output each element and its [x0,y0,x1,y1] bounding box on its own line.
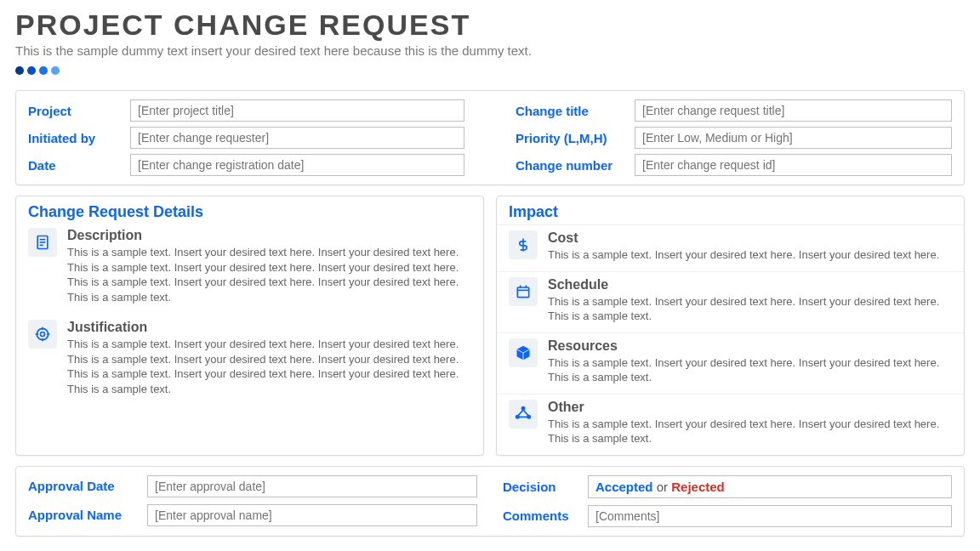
impact-resources-heading: Resources [548,338,952,354]
svg-rect-11 [517,287,528,298]
page-subtitle: This is the sample dummy text insert you… [15,43,965,58]
project-label: Project [28,104,130,118]
initiated-by-input[interactable] [130,127,464,149]
comments-input[interactable] [588,505,952,527]
change-title-label: Change title [516,104,635,118]
date-input[interactable] [130,154,464,176]
decision-value: Accepted or Rejected [588,475,952,498]
approval-date-input[interactable] [147,475,477,497]
impact-schedule-heading: Schedule [548,277,952,293]
initiated-by-label: Initiated by [28,131,130,145]
impact-cost-heading: Cost [548,230,952,246]
change-title-input[interactable] [635,99,952,122]
dollar-icon [509,230,538,259]
document-icon [28,228,57,257]
impact-title: Impact [497,196,964,224]
impact-resources-text: This is a sample text. Insert your desir… [548,355,952,385]
nodes-icon [509,400,538,429]
decision-or: or [653,480,672,494]
page-title: PROJECT CHANGE REQUEST [15,9,965,42]
approval-date-label: Approval Date [28,479,147,493]
approval-name-label: Approval Name [28,508,147,522]
decorative-dots [15,63,965,78]
change-request-details-card: Change Request Details Description This … [15,196,484,456]
svg-point-16 [516,415,519,418]
change-request-details-title: Change Request Details [16,196,483,224]
date-label: Date [28,158,130,173]
target-icon [28,320,57,349]
svg-point-5 [41,332,45,337]
impact-card: Impact Cost This is a sample text. Inser… [496,196,965,456]
approval-name-input[interactable] [147,504,477,526]
svg-point-17 [527,415,530,418]
priority-input[interactable] [635,127,952,149]
impact-cost-text: This is a sample text. Insert your desir… [548,247,952,263]
impact-schedule-text: This is a sample text. Insert your desir… [548,294,952,324]
svg-point-15 [521,406,524,409]
calendar-icon [509,277,538,306]
decision-rejected: Rejected [671,480,725,494]
box-icon [509,338,538,367]
impact-other-heading: Other [548,400,952,415]
description-text: This is a sample text. Insert your desir… [67,245,471,304]
comments-label: Comments [503,508,588,523]
description-heading: Description [67,228,471,243]
change-number-label: Change number [516,158,635,173]
impact-other-text: This is a sample text. Insert your desir… [548,417,952,446]
justification-heading: Justification [67,320,471,335]
project-input[interactable] [130,99,464,122]
decision-label: Decision [503,480,588,494]
svg-point-4 [37,329,48,340]
priority-label: Priority (L,M,H) [516,131,635,145]
decision-accepted: Accepted [595,480,653,494]
change-number-input[interactable] [635,154,952,176]
justification-text: This is a sample text. Insert your desir… [67,337,471,396]
